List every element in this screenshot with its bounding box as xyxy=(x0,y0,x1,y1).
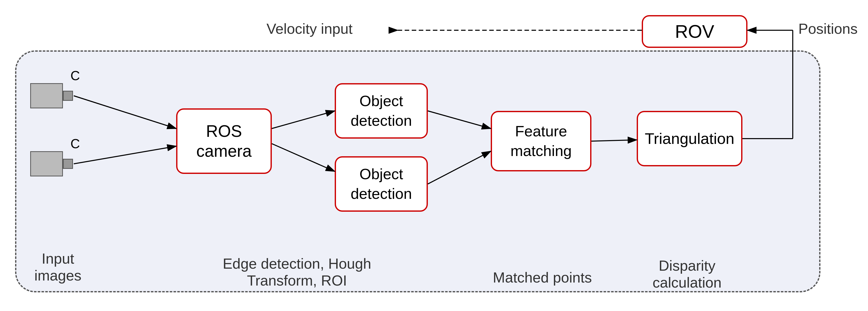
camera-top-lens xyxy=(63,91,73,101)
ros-camera-label: ROS camera xyxy=(178,121,271,161)
feature-matching-label: Featurematching xyxy=(510,121,571,161)
camera-top-label: C xyxy=(70,68,80,83)
object-detection-2-label: Objectdetection xyxy=(350,164,412,204)
camera-bottom-body xyxy=(30,151,63,176)
camera-bottom-lens xyxy=(63,159,73,169)
matched-points-label: Matched points xyxy=(486,269,599,286)
camera-bottom: C xyxy=(30,151,63,176)
object-detection-1-label: Objectdetection xyxy=(350,91,412,131)
triangulation-label: Triangulation xyxy=(645,129,734,149)
object-detection-box-2: Objectdetection xyxy=(335,156,428,212)
input-images-label: Input images xyxy=(20,250,96,284)
rov-box: ROV xyxy=(642,15,747,48)
positions-label: Positions xyxy=(793,20,863,37)
triangulation-box: Triangulation xyxy=(637,111,742,166)
camera-top: C xyxy=(30,83,63,108)
ros-camera-box: ROS camera xyxy=(176,108,272,174)
feature-matching-box: Featurematching xyxy=(491,111,591,171)
object-detection-box-1: Objectdetection xyxy=(335,83,428,139)
camera-top-body xyxy=(30,83,63,108)
velocity-input-label: Velocity input xyxy=(247,20,372,37)
camera-bottom-label: C xyxy=(70,136,80,151)
rov-label: ROV xyxy=(675,21,714,42)
edge-detection-label: Edge detection, Hough Transform, ROI xyxy=(196,255,398,289)
diagram-container: ROV C C ROS camera Objectdetection Objec… xyxy=(0,0,868,311)
disparity-label: Disparitycalculation xyxy=(624,257,750,291)
